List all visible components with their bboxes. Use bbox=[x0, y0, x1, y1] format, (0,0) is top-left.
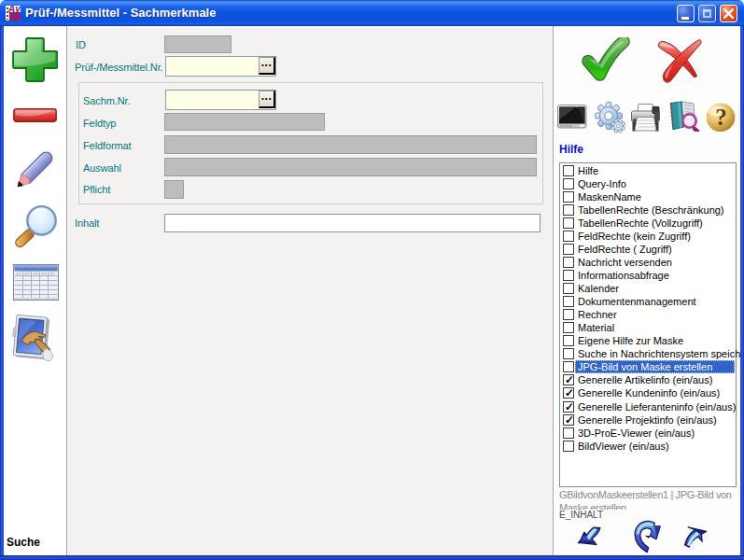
svg-text:?: ? bbox=[715, 105, 727, 130]
